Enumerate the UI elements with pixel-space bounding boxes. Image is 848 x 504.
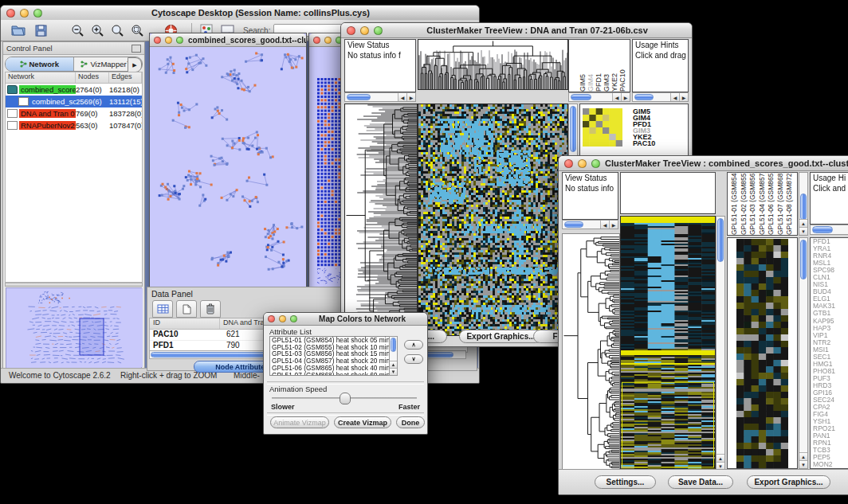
close-button[interactable] [347,26,355,35]
tv2-genelist-vscrollbar[interactable]: ▲ ▼ [799,237,808,469]
tv2-row-dendrogram[interactable] [562,233,620,471]
scroll-right-arrow[interactable]: ▶ [406,93,415,101]
treeview2-titlebar[interactable]: ClusterMaker TreeView : combined_scores_… [559,156,848,171]
tv1-labels-hscrollbar[interactable]: ◀ ▶ [568,92,630,102]
scroll-up-arrow[interactable]: ▲ [799,452,807,460]
scroll-left-arrow[interactable]: ◀ [600,221,609,229]
col-edges[interactable]: Edges [109,72,142,83]
network-view-canvas[interactable] [150,47,304,291]
zoom-button[interactable] [33,9,42,18]
scroll-down-arrow[interactable]: ▼ [799,460,807,468]
zoom-button[interactable] [591,159,600,168]
tv2-gene-list[interactable]: PFD1YRA1RNR4MSL1SPC98CLN1NIS1BUD4ELG1MAK… [810,237,848,469]
tv2-column-tree-area[interactable] [620,172,716,214]
scroll-up-arrow[interactable]: ▲ [390,361,397,368]
scroll-right-arrow[interactable]: ▶ [609,221,618,229]
tv2-zoom-heatmap[interactable] [736,239,788,468]
gene-label[interactable]: MON2 [813,461,848,468]
scrollbar-thumb[interactable] [570,106,576,152]
minimize-button[interactable] [578,159,587,168]
scroll-right-arrow[interactable]: ▶ [621,93,630,101]
scrollbar-thumb[interactable] [571,94,591,100]
new-attribute-button[interactable] [176,300,197,318]
scroll-left-arrow[interactable]: ◀ [670,93,679,101]
zoom-in-icon[interactable] [89,22,105,38]
zoom-button[interactable] [176,37,183,44]
network-overview-panel[interactable] [6,287,142,369]
treeview-action-button[interactable]: Save Data... [668,475,733,489]
zoom-out-icon[interactable] [69,22,85,38]
close-button[interactable] [6,9,15,18]
save-icon[interactable] [33,22,49,38]
scroll-left-arrow[interactable]: ◀ [612,93,621,101]
panel-splitter[interactable] [5,283,143,287]
treeview1-titlebar[interactable]: ClusterMaker TreeView : DNA and Tran 07-… [341,23,692,38]
minimize-button[interactable] [324,37,332,44]
tab-overflow-button[interactable]: ▶ [128,57,142,72]
zoom-fit-icon[interactable] [109,22,125,38]
delete-attribute-button[interactable] [200,300,221,318]
scroll-up-arrow[interactable]: ▲ [716,454,724,462]
network-row[interactable]: combined_scores 2764(0) 16218(0) [6,84,142,96]
scrollbar-thumb[interactable] [800,240,807,279]
slider-thumb[interactable] [340,393,351,404]
attribute-list-item[interactable]: GPL51-07 (GSM868) heat shock 60 min [270,372,397,376]
scroll-up-arrow[interactable]: ▲ [799,219,807,227]
minimize-button[interactable] [360,26,369,35]
control-panel-tab[interactable]: Network [6,57,74,71]
tv2-usage-hscrollbar[interactable] [810,225,848,235]
scrollbar-thumb[interactable] [800,193,807,221]
scrollbar-thumb[interactable] [717,218,724,262]
close-button[interactable] [154,37,161,44]
network-row[interactable]: DNA and Tran 07 769(0) 183728(0) [6,107,142,119]
scroll-right-arrow[interactable]: ▶ [679,93,688,101]
dialog-titlebar[interactable]: Map Colors to Network [264,313,427,326]
minimize-button[interactable] [279,315,286,322]
scroll-left-arrow[interactable]: ◀ [398,93,406,101]
tv2-status-hscrollbar[interactable]: ◀ ▶ [562,220,618,229]
treeview-action-button[interactable]: Export Graphics... [747,475,830,489]
close-button[interactable] [268,315,275,322]
attribute-list-vscrollbar[interactable]: ▲ ▼ [389,336,398,376]
attribute-list[interactable]: GPL51-01 (GSM854) heat shock 05 minGPL51… [269,336,398,376]
tv1-status-hscrollbar[interactable]: ◀ ▶ [344,92,416,102]
tv2-main-heatmap[interactable] [620,216,716,471]
dialog-action-button[interactable]: Create Vizmap [334,416,391,428]
tv1-usage-hscrollbar[interactable]: ◀ ▶ [632,92,689,102]
scroll-down-arrow[interactable]: ▼ [390,368,397,375]
col-nodes[interactable]: Nodes [76,72,109,83]
id-column-header[interactable]: ID [150,318,220,329]
network-overview-canvas[interactable] [6,288,143,367]
tv1-main-heatmap[interactable] [418,104,568,336]
float-panel-icon[interactable] [132,45,141,53]
tv2-heatmap-vscrollbar[interactable]: ▲ ▼ [716,216,725,471]
dialog-action-button[interactable]: Done [396,416,425,428]
dialog-action-button[interactable]: Animate Vizmap [270,416,329,428]
scroll-down-arrow[interactable]: ▼ [799,227,807,235]
main-titlebar[interactable]: Cytoscape Desktop (Session Name: collins… [1,6,479,21]
tv1-row-dendrogram[interactable] [344,104,418,336]
tv1-zoom-heatmap[interactable] [583,108,622,147]
scrollbar-thumb[interactable] [347,94,371,100]
treeview-action-button[interactable]: Export Graphics... [459,330,543,343]
scrollbar-thumb[interactable] [391,338,396,352]
tv1-column-dendrogram[interactable] [418,39,568,90]
move-down-button[interactable]: ∨ [404,354,423,364]
scrollbar-thumb[interactable] [812,226,833,233]
network-list-header[interactable]: Network Nodes Edges [6,72,142,84]
zoom-button[interactable] [290,315,297,322]
tv2-labels-vscrollbar[interactable]: ▲ ▼ [799,172,808,236]
scrollbar-thumb[interactable] [634,94,654,100]
network-row[interactable]: RNAPuberNov2+ 563(0) 107847(0) [6,119,142,131]
close-button[interactable] [313,37,320,44]
zoom-button[interactable] [374,26,383,35]
network-row[interactable]: combined_sco 2569(6) 13112(15) [6,96,142,107]
scrollbar-thumb[interactable] [564,221,583,228]
network-view-titlebar[interactable]: combined_scores_good.txt--cluste... [150,33,306,47]
select-attributes-button[interactable] [152,300,173,318]
treeview-action-button[interactable]: Settings... [595,475,656,489]
move-up-button[interactable]: ∧ [404,340,423,350]
col-network[interactable]: Network [6,72,76,83]
minimize-button[interactable] [165,37,172,44]
open-file-icon[interactable] [10,22,26,38]
